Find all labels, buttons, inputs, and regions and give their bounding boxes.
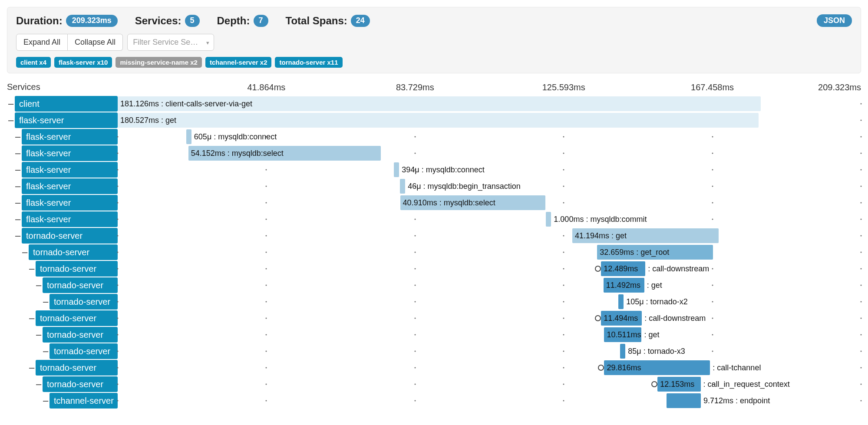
json-button[interactable]: JSON xyxy=(817,14,852,27)
span-cell: 10.511ms : get xyxy=(118,326,861,343)
collapse-toggle[interactable]: – xyxy=(14,211,22,227)
span-bar[interactable]: 10.511ms : get xyxy=(604,327,641,342)
trace-row[interactable]: –flask-server1.000ms : mysqldb:commit xyxy=(7,211,861,227)
expand-all-button[interactable]: Expand All xyxy=(16,34,68,51)
trace-row[interactable]: –flask-server46μ : mysqldb:begin_transac… xyxy=(7,178,861,194)
service-cell: –client xyxy=(7,96,118,112)
collapse-toggle[interactable]: – xyxy=(14,228,22,244)
trace-row[interactable]: –flask-server605μ : mysqldb:connect xyxy=(7,128,861,145)
trace-row[interactable]: –tornado-server32.659ms : get_root xyxy=(7,244,861,260)
collapse-toggle[interactable]: – xyxy=(28,310,36,326)
trace-row[interactable]: –tornado-server41.194ms : get xyxy=(7,227,861,244)
trace-row[interactable]: –tornado-server105μ : tornado-x2 xyxy=(7,293,861,310)
trace-row[interactable]: –tchannel-server9.712ms : endpoint xyxy=(7,392,861,409)
service-label: flask-server xyxy=(22,145,118,161)
service-tag[interactable]: tchannel-server x2 xyxy=(205,57,272,68)
trace-row[interactable]: –tornado-server29.816ms : call-tchannel xyxy=(7,359,861,376)
collapse-toggle[interactable]: – xyxy=(7,112,15,128)
trace-row[interactable]: –tornado-server12.153ms : call_in_reques… xyxy=(7,376,861,392)
span-label: 181.126ms : client-calls-server-via-get xyxy=(120,99,252,109)
trace-row[interactable]: –tornado-server85μ : tornado-x3 xyxy=(7,343,861,359)
collapse-toggle[interactable]: – xyxy=(42,393,50,409)
span-bar[interactable]: 1.000ms : mysqldb:commit xyxy=(546,212,551,227)
collapse-toggle[interactable]: – xyxy=(14,195,22,211)
span-bar[interactable]: 41.194ms : get xyxy=(572,228,719,243)
span-label: 1.000ms : mysqldb:commit xyxy=(554,215,647,224)
service-label: tornado-server xyxy=(36,261,118,277)
duration-value-pill: 209.323ms xyxy=(66,15,118,27)
span-bar[interactable]: 85μ : tornado-x3 xyxy=(620,344,625,359)
collapse-toggle[interactable]: – xyxy=(42,294,50,310)
span-bar[interactable]: 46μ : mysqldb:begin_transaction xyxy=(400,179,405,194)
collapse-toggle[interactable]: – xyxy=(35,376,43,392)
service-label: flask-server xyxy=(22,211,118,227)
trace-row[interactable]: –tornado-server11.494ms : call-downstrea… xyxy=(7,310,861,326)
service-cell: –tornado-server xyxy=(7,376,118,392)
service-label: flask-server xyxy=(22,195,118,211)
service-cell: –tornado-server xyxy=(7,260,118,277)
span-duration-label: 11.494ms xyxy=(604,314,638,323)
span-duration-label: 12.489ms xyxy=(604,264,638,273)
trace-row[interactable]: –flask-server180.527ms : get xyxy=(7,112,861,128)
trace-row[interactable]: –client181.126ms : client-calls-server-v… xyxy=(7,96,861,112)
time-tick: 167.458ms xyxy=(691,82,734,92)
service-tag[interactable]: client x4 xyxy=(16,57,51,68)
collapse-toggle[interactable]: – xyxy=(14,162,22,178)
circle-icon xyxy=(651,381,657,387)
service-tag[interactable]: missing-service-name x2 xyxy=(116,57,201,68)
trace-row[interactable]: –flask-server40.910ms : mysqldb:select xyxy=(7,194,861,211)
span-bar[interactable]: 9.712ms : endpoint xyxy=(667,393,701,408)
service-label: tornado-server xyxy=(43,376,118,392)
span-bar[interactable]: 40.910ms : mysqldb:select xyxy=(400,195,546,210)
depth-value-pill: 7 xyxy=(254,15,268,27)
trace-row[interactable]: –tornado-server11.492ms : get xyxy=(7,277,861,293)
stats-row: Duration: 209.323ms Services: 5 Depth: 7… xyxy=(16,14,852,27)
span-bar[interactable]: 105μ : tornado-x2 xyxy=(618,294,624,309)
span-bar[interactable]: 11.494ms : call-downstream xyxy=(601,311,642,326)
trace-row[interactable]: –flask-server394μ : mysqldb:connect xyxy=(7,161,861,178)
span-label: 394μ : mysqldb:connect xyxy=(402,165,484,175)
span-cell: 9.712ms : endpoint xyxy=(118,392,861,409)
span-bar[interactable]: 11.492ms : get xyxy=(604,278,644,293)
trace-row[interactable]: –tornado-server10.511ms : get xyxy=(7,326,861,343)
span-bar[interactable]: 181.126ms : client-calls-server-via-get xyxy=(118,96,761,111)
span-bar[interactable]: 32.659ms : get_root xyxy=(597,245,713,260)
trace-row[interactable]: –tornado-server12.489ms : call-downstrea… xyxy=(7,260,861,277)
collapse-toggle[interactable]: – xyxy=(7,96,15,112)
collapse-toggle[interactable]: – xyxy=(28,261,36,277)
span-bar[interactable]: 394μ : mysqldb:connect xyxy=(394,162,399,177)
span-cell: 11.492ms : get xyxy=(118,277,861,293)
service-tag[interactable]: tornado-server x11 xyxy=(275,57,342,68)
service-cell: –flask-server xyxy=(7,128,118,145)
collapse-toggle[interactable]: – xyxy=(21,244,29,260)
service-cell: –flask-server xyxy=(7,161,118,178)
service-label: tornado-server xyxy=(22,228,118,244)
collapse-toggle[interactable]: – xyxy=(14,129,22,145)
span-bar[interactable]: 605μ : mysqldb:connect xyxy=(186,129,191,144)
span-op-label: : call_in_request_context xyxy=(703,380,790,389)
span-bar[interactable]: 12.489ms : call-downstream xyxy=(601,261,645,276)
collapse-toggle[interactable]: – xyxy=(35,277,43,293)
span-label: 85μ : tornado-x3 xyxy=(628,347,685,356)
span-bar[interactable]: 180.527ms : get xyxy=(118,113,759,128)
circle-icon xyxy=(595,315,601,321)
trace-timeline-header: Services 41.864ms83.729ms125.593ms167.45… xyxy=(7,80,861,96)
span-bar[interactable]: 54.152ms : mysqldb:select xyxy=(188,146,381,161)
span-cell: 32.659ms : get_root xyxy=(118,244,861,260)
service-tag[interactable]: flask-server x10 xyxy=(54,57,112,68)
collapse-toggle[interactable]: – xyxy=(35,327,43,343)
trace-row[interactable]: –flask-server54.152ms : mysqldb:select xyxy=(7,145,861,161)
collapse-toggle[interactable]: – xyxy=(28,360,36,376)
span-duration-label: 29.816ms xyxy=(607,363,641,372)
collapse-toggle[interactable]: – xyxy=(42,343,50,359)
service-label: tornado-server xyxy=(50,343,118,359)
collapse-all-button[interactable]: Collapse All xyxy=(68,34,123,51)
collapse-toggle[interactable]: – xyxy=(14,178,22,194)
collapse-toggle[interactable]: – xyxy=(14,145,22,161)
span-bar[interactable]: 12.153ms : call_in_request_context xyxy=(657,377,700,392)
total-spans-label: Total Spans: xyxy=(286,15,347,27)
span-bar[interactable]: 29.816ms : call-tchannel xyxy=(604,360,710,375)
filter-service-select[interactable]: Filter Service Se… xyxy=(127,34,214,51)
span-label: 41.194ms : get xyxy=(575,231,627,241)
span-cell: 1.000ms : mysqldb:commit xyxy=(118,211,861,227)
